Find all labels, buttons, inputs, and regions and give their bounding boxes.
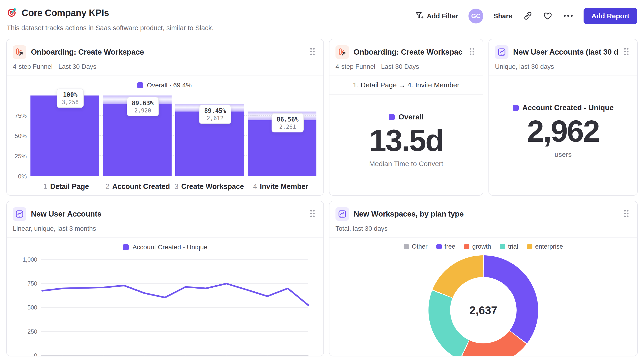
funnel-y-tick: 25%	[15, 153, 27, 160]
avatar[interactable]: GC	[468, 8, 483, 23]
card-subtitle: Total, last 30 days	[336, 225, 630, 232]
drag-handle-icon[interactable]	[622, 208, 630, 220]
card-onboarding-funnel: Onboarding: Create Workspace 4-step Funn…	[6, 39, 324, 196]
legend-chip	[500, 244, 505, 249]
card-median-time: Onboarding: Create Workspace 4-step Funn…	[329, 39, 483, 196]
svg-text:250: 250	[28, 328, 37, 335]
funnel-step-label: 1Detail Page	[30, 182, 102, 191]
card-new-accounts-trend: New User Accounts Linear, unique, last 3…	[6, 201, 324, 357]
funnel-legend[interactable]: Overall · 69.4%	[12, 81, 316, 89]
card-subtitle: Unique, last 30 days	[495, 63, 630, 70]
favorite-button[interactable]	[543, 11, 553, 21]
page-title: Core Company KPIs	[22, 8, 109, 18]
add-filter-button[interactable]: Add Filter	[415, 11, 458, 21]
card-subtitle: 4-step Funnel · Last 30 Days	[13, 63, 316, 70]
funnel-step-labels: 1Detail Page2Account Created3Create Work…	[30, 182, 316, 191]
target-dart-icon	[7, 7, 18, 18]
card-title: New User Accounts	[31, 210, 304, 218]
median-time-value: 13.5d	[369, 124, 443, 157]
donut-chart: 2,637	[428, 255, 538, 357]
funnel-value-box: 89.45%2,612	[199, 105, 231, 124]
median-legend[interactable]: Overall	[389, 113, 424, 121]
svg-text:750: 750	[28, 280, 37, 287]
page-subtitle: This dataset tracks actions in Saas soft…	[7, 24, 214, 32]
svg-text:1,000: 1,000	[22, 256, 37, 263]
donut-legend-item[interactable]: enterprise	[527, 243, 563, 250]
donut-legend: Otherfreegrowthtrialenterprise	[404, 243, 563, 250]
funnel-y-tick: 75%	[15, 112, 27, 119]
filter-plus-icon	[415, 11, 424, 21]
card-new-accounts-30d: New User Accounts (last 30 days) Unique,…	[488, 39, 638, 196]
legend-chip	[404, 244, 409, 249]
funnel-step-range: 1. Detail Page → 4. Invite Member	[330, 76, 483, 94]
donut-legend-item[interactable]: trial	[500, 243, 518, 250]
insights-report-icon	[13, 207, 26, 221]
donut-legend-item[interactable]: Other	[404, 243, 428, 250]
drag-handle-icon[interactable]	[622, 46, 630, 58]
median-time-caption: Median Time to Convert	[369, 160, 443, 168]
donut-legend-item[interactable]: growth	[464, 243, 491, 250]
card-subtitle: Linear, unique, last 3 months	[13, 225, 316, 232]
legend-chip	[527, 244, 532, 249]
accounts-value: 2,962	[527, 114, 599, 148]
funnel-y-tick: 50%	[15, 132, 27, 140]
trend-legend[interactable]: Account Created - Unique	[12, 244, 318, 251]
funnel-plot: 100%3,25889.63%2,92089.45%2,61286.56%2,2…	[30, 95, 316, 176]
svg-text:0: 0	[34, 352, 37, 357]
legend-chip	[123, 244, 129, 250]
add-report-button[interactable]: Add Report	[584, 8, 637, 24]
drag-handle-icon[interactable]	[468, 46, 476, 58]
header-controls: Add Filter GC Share	[415, 7, 637, 24]
card-title: Onboarding: Create Workspace	[354, 48, 463, 56]
heart-icon	[543, 11, 553, 21]
legend-chip	[436, 244, 442, 249]
funnel-value-box: 86.56%2,261	[272, 113, 304, 132]
funnel-value-box: 100%3,258	[57, 88, 84, 108]
funnel-value-box: 89.63%2,920	[127, 97, 159, 116]
svg-text:500: 500	[28, 304, 37, 311]
line-chart: 02505007501,000Apr 20May 4May 18Jun 1Jun…	[12, 254, 318, 357]
more-options-button[interactable]	[563, 14, 573, 18]
donut-center-total: 2,637	[470, 304, 497, 317]
card-title: New Workspaces, by plan type	[354, 210, 618, 218]
legend-chip	[513, 105, 519, 111]
funnel-step-label: 2Account Created	[102, 182, 174, 191]
insights-report-icon	[336, 207, 349, 221]
accounts-legend[interactable]: Account Created - Unique	[513, 103, 614, 112]
funnel-report-icon	[336, 45, 349, 59]
legend-chip	[464, 244, 470, 249]
funnel-step-label: 3Create Workspace	[174, 182, 245, 191]
dashboard-page: Core Company KPIs This dataset tracks ac…	[0, 0, 644, 362]
drag-handle-icon[interactable]	[308, 208, 316, 220]
funnel-y-tick: 0%	[18, 173, 27, 180]
accounts-caption: users	[554, 151, 572, 158]
card-workspaces-by-plan: New Workspaces, by plan type Total, last…	[329, 201, 638, 357]
card-title: Onboarding: Create Workspace	[31, 48, 304, 56]
legend-chip	[389, 114, 395, 120]
copy-link-button[interactable]	[523, 11, 532, 21]
insights-report-icon	[495, 45, 508, 59]
card-title: New User Accounts (last 30 days)	[513, 48, 618, 56]
legend-chip	[137, 82, 143, 88]
share-button[interactable]: Share	[494, 12, 512, 20]
card-subtitle: 4-step Funnel · Last 30 Days	[336, 63, 476, 70]
ellipsis-icon	[563, 14, 573, 18]
top-bar: Core Company KPIs This dataset tracks ac…	[6, 5, 638, 32]
link-icon	[523, 11, 532, 21]
funnel-y-axis: 75%50%25%0%	[12, 95, 30, 176]
funnel-step-label: 4Invite Member	[245, 182, 317, 191]
donut-legend-item[interactable]: free	[436, 243, 456, 250]
drag-handle-icon[interactable]	[308, 46, 316, 58]
funnel-report-icon	[13, 45, 26, 59]
